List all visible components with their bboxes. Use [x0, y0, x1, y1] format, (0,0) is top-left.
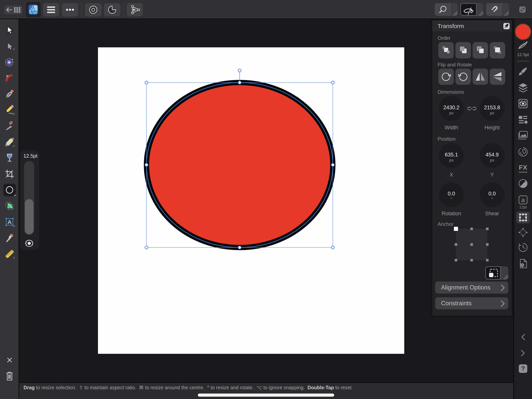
svg-text:a: a	[521, 196, 525, 204]
svg-text:A: A	[8, 219, 12, 225]
